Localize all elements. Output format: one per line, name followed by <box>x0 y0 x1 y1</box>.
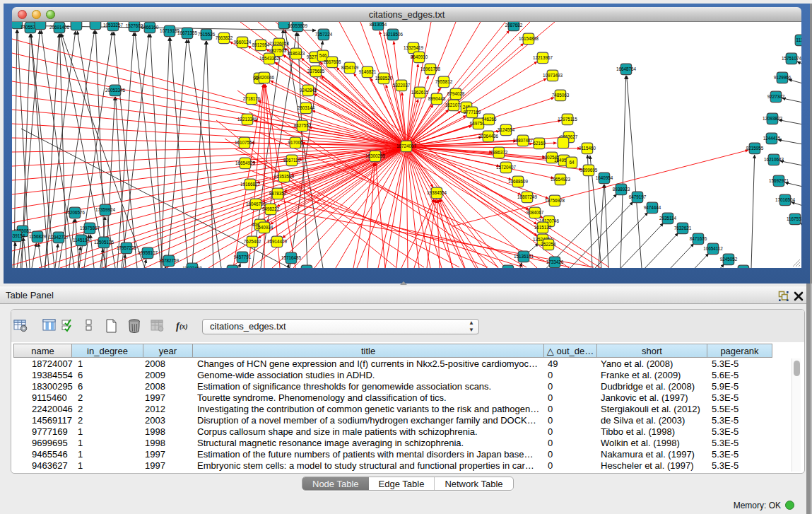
svg-text:4439154: 4439154 <box>12 233 25 238</box>
svg-text:1615132: 1615132 <box>534 225 552 230</box>
svg-text:8427552: 8427552 <box>294 123 312 128</box>
svg-text:8813054: 8813054 <box>370 22 387 27</box>
svg-text:9498222: 9498222 <box>262 206 280 211</box>
svg-text:20053346: 20053346 <box>105 88 126 93</box>
svg-text:1112: 1112 <box>796 37 801 42</box>
svg-text:16914479: 16914479 <box>267 239 288 244</box>
svg-text:16046798: 16046798 <box>246 201 266 206</box>
svg-text:10688609: 10688609 <box>508 179 529 184</box>
svg-text:16210643: 16210643 <box>764 157 784 162</box>
svg-text:17016504: 17016504 <box>775 197 796 202</box>
svg-text:15751074: 15751074 <box>782 56 801 61</box>
svg-text:62160: 62160 <box>533 141 546 146</box>
svg-text:20691406: 20691406 <box>49 25 70 30</box>
svg-text:16671355: 16671355 <box>177 30 198 35</box>
svg-text:17359924: 17359924 <box>95 207 116 212</box>
svg-text:9129966: 9129966 <box>774 75 792 80</box>
svg-text:15716485: 15716485 <box>281 255 302 260</box>
svg-text:8990448: 8990448 <box>428 96 446 101</box>
svg-text:10654112: 10654112 <box>703 246 723 251</box>
svg-text:16154838: 16154838 <box>519 36 539 41</box>
svg-text:19756928: 19756928 <box>545 198 565 203</box>
svg-text:252254: 252254 <box>541 242 556 247</box>
svg-text:13325419: 13325419 <box>404 45 424 50</box>
svg-text:8912954: 8912954 <box>252 42 270 47</box>
svg-text:7632621: 7632621 <box>674 226 692 230</box>
svg-text:9146821: 9146821 <box>359 69 377 74</box>
svg-text:7625402: 7625402 <box>244 239 261 244</box>
svg-text:12975115: 12975115 <box>558 117 577 122</box>
svg-text:20364436: 20364436 <box>478 134 499 139</box>
svg-text:7485063: 7485063 <box>552 93 570 98</box>
svg-text:9474444: 9474444 <box>644 205 661 210</box>
svg-text:8267110: 8267110 <box>283 158 301 163</box>
svg-text:23420046: 23420046 <box>254 75 275 80</box>
svg-text:18807249: 18807249 <box>517 194 538 199</box>
svg-text:18724007: 18724007 <box>396 144 417 148</box>
svg-text:16782759: 16782759 <box>159 258 180 263</box>
svg-text:2935114: 2935114 <box>659 216 677 221</box>
svg-text:8186323: 8186323 <box>288 51 305 56</box>
svg-text:12093822: 12093822 <box>763 116 783 121</box>
svg-text:(x): (x) <box>180 322 188 331</box>
svg-text:16648764: 16648764 <box>616 66 637 71</box>
svg-text:9899695: 9899695 <box>580 168 598 173</box>
svg-text:9115460: 9115460 <box>579 146 596 151</box>
svg-text:9242845: 9242845 <box>300 88 317 93</box>
svg-text:10973493: 10973493 <box>543 73 563 78</box>
svg-text:7955812: 7955812 <box>435 79 453 84</box>
svg-text:7515526: 7515526 <box>198 32 216 37</box>
svg-text:16961758: 16961758 <box>420 66 441 71</box>
svg-text:3375685: 3375685 <box>307 69 325 74</box>
svg-text:1244415: 1244415 <box>763 136 781 141</box>
svg-text:8454749: 8454749 <box>341 65 359 70</box>
svg-text:15136141: 15136141 <box>514 254 534 259</box>
svg-text:11923468: 11923468 <box>182 266 202 268</box>
svg-text:9245052: 9245052 <box>720 257 738 262</box>
svg-text:16107554: 16107554 <box>235 140 255 145</box>
svg-text:8878352: 8878352 <box>269 191 287 196</box>
svg-text:8471676: 8471676 <box>690 236 707 241</box>
svg-text:7986372: 7986372 <box>490 150 508 155</box>
svg-text:16543362: 16543362 <box>259 56 280 61</box>
svg-text:19166827: 19166827 <box>240 182 261 187</box>
svg-text:7357224: 7357224 <box>315 32 333 37</box>
svg-text:5322037: 5322037 <box>393 83 411 88</box>
svg-text:6466160: 6466160 <box>141 25 159 30</box>
svg-text:1156829: 1156829 <box>29 234 47 239</box>
svg-text:17957225: 17957225 <box>117 245 137 250</box>
svg-text:9227342: 9227342 <box>767 94 785 99</box>
svg-text:2718176: 2718176 <box>243 96 261 101</box>
svg-text:16654925: 16654925 <box>235 160 256 165</box>
svg-text:8938923: 8938923 <box>613 187 630 192</box>
svg-text:9084067: 9084067 <box>526 210 544 215</box>
svg-text:3124554: 3124554 <box>498 127 515 132</box>
svg-text:10807487: 10807487 <box>513 138 534 143</box>
svg-text:10533257: 10533257 <box>103 23 124 28</box>
svg-text:6794028: 6794028 <box>447 91 465 96</box>
svg-text:1362615: 1362615 <box>411 90 429 95</box>
svg-text:6479197: 6479197 <box>629 194 647 199</box>
svg-text:9827505: 9827505 <box>269 48 287 53</box>
svg-text:12505135: 12505135 <box>94 240 114 245</box>
svg-text:7663822: 7663822 <box>216 35 233 40</box>
svg-text:64: 64 <box>569 160 575 165</box>
svg-text:9660124: 9660124 <box>234 40 252 45</box>
svg-text:9457791: 9457791 <box>234 255 252 259</box>
svg-text:1621072: 1621072 <box>445 103 463 107</box>
svg-text:20206576: 20206576 <box>65 210 86 215</box>
svg-text:1145194: 1145194 <box>73 238 90 243</box>
svg-text:2867608: 2867608 <box>324 59 341 64</box>
svg-text:12213349: 12213349 <box>237 117 258 122</box>
svg-text:12942737: 12942737 <box>49 235 69 240</box>
svg-text:746266: 746266 <box>481 117 497 122</box>
svg-text:16053809: 16053809 <box>288 23 308 28</box>
svg-text:19384554: 19384554 <box>427 190 447 195</box>
svg-text:1588520: 1588520 <box>375 76 393 81</box>
svg-text:2087682: 2087682 <box>505 23 523 28</box>
svg-text:15720407: 15720407 <box>496 165 517 170</box>
svg-text:12353594: 12353594 <box>274 174 295 179</box>
svg-text:2803144: 2803144 <box>298 105 315 110</box>
svg-text:8215955: 8215955 <box>746 146 764 151</box>
svg-text:19218506: 19218506 <box>383 32 404 37</box>
